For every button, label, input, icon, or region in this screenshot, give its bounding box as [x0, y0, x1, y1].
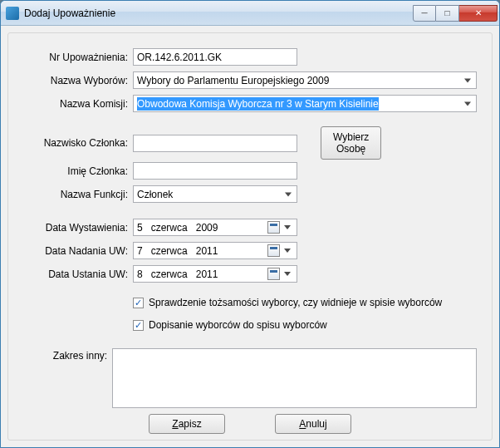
label-zakres: Zakres inny: — [23, 348, 112, 362]
label-data-ustania: Data Ustania UW: — [23, 268, 133, 280]
anuluj-button[interactable]: Anuluj — [275, 414, 351, 434]
zapisz-button[interactable]: Zapisz — [149, 414, 225, 434]
nr-input[interactable] — [133, 48, 297, 66]
label-komisja: Nazwa Komisji: — [23, 98, 133, 110]
komisja-value: Obwodowa Komisja Wyborcza nr 3 w Starym … — [137, 97, 379, 111]
wybory-value: Wybory do Parlamentu Europejskiego 2009 — [137, 75, 329, 86]
window-controls: ─ □ ✕ — [413, 5, 498, 22]
nazwisko-input[interactable] — [133, 135, 297, 152]
label-nr: Nr Upoważnienia: — [23, 52, 133, 63]
label-funkcja: Nazwa Funkcji: — [23, 189, 133, 200]
label-wybory: Nazwa Wyborów: — [23, 75, 133, 86]
date-day: 7 — [137, 245, 143, 257]
maximize-button[interactable]: □ — [436, 5, 459, 22]
app-icon — [6, 7, 19, 20]
date-month: czerwca — [151, 268, 188, 280]
imie-input[interactable] — [133, 162, 297, 180]
dialog-window: Dodaj Upoważnienie ─ □ ✕ Nr Upoważnienia… — [0, 0, 500, 448]
label-imie: Imię Członka: — [23, 165, 133, 177]
calendar-icon[interactable] — [267, 221, 280, 234]
client-area: Nr Upoważnienia: Nazwa Wyborów: Wybory d… — [1, 26, 499, 447]
chk-sprawdzenie[interactable]: ✓ — [133, 298, 144, 308]
chk-sprawdzenie-label: Sprawdzenie tożsamości wyborcy, czy widn… — [149, 297, 442, 308]
data-ustania-picker[interactable]: 8 czerwca 2011 — [133, 265, 297, 283]
wybierz-line1: Wybierz — [333, 131, 369, 143]
minimize-button[interactable]: ─ — [413, 5, 436, 22]
titlebar[interactable]: Dodaj Upoważnienie ─ □ ✕ — [1, 1, 499, 26]
wybierz-line2: Osobę — [336, 143, 365, 155]
chevron-down-icon[interactable] — [282, 243, 293, 258]
chk-dopisanie[interactable]: ✓ — [133, 320, 144, 331]
funkcja-value: Członek — [137, 189, 173, 200]
chevron-down-icon[interactable] — [282, 219, 293, 235]
wybory-combo[interactable]: Wybory do Parlamentu Europejskiego 2009 — [133, 71, 477, 89]
chk-dopisanie-label: Dopisanie wyborców do spisu wyborców — [149, 319, 327, 331]
calendar-icon[interactable] — [267, 244, 280, 257]
label-data-wyst: Data Wystawienia: — [23, 222, 133, 234]
label-data-nadania: Data Nadania UW: — [23, 245, 133, 257]
date-month: czerwca — [151, 245, 188, 257]
wybierz-osobe-button[interactable]: Wybierz Osobę — [321, 126, 381, 160]
zakres-textarea[interactable] — [112, 348, 477, 408]
data-wyst-picker[interactable]: 5 czerwca 2009 — [133, 219, 297, 236]
komisja-combo[interactable]: Obwodowa Komisja Wyborcza nr 3 w Starym … — [133, 95, 477, 112]
window-title: Dodaj Upoważnienie — [24, 7, 413, 19]
date-day: 5 — [137, 222, 143, 234]
data-nadania-picker[interactable]: 7 czerwca 2011 — [133, 242, 297, 259]
chevron-down-icon[interactable] — [282, 266, 293, 282]
date-year: 2011 — [196, 268, 218, 280]
date-year: 2009 — [196, 222, 218, 234]
calendar-icon[interactable] — [267, 268, 280, 280]
close-button[interactable]: ✕ — [459, 5, 498, 22]
label-nazwisko: Nazwisko Członka: — [23, 137, 133, 149]
date-day: 8 — [137, 268, 143, 280]
funkcja-combo[interactable]: Członek — [133, 185, 297, 203]
footer: Zapisz Anuluj — [23, 414, 477, 437]
form-panel: Nr Upoważnienia: Nazwa Wyborów: Wybory d… — [7, 32, 493, 441]
date-year: 2011 — [196, 245, 218, 257]
date-month: czerwca — [151, 222, 188, 234]
